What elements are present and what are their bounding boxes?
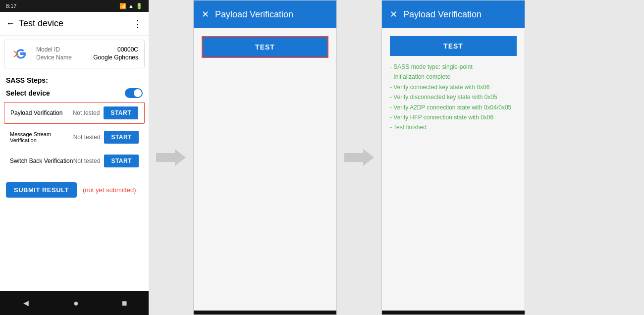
device-details: Model ID 00000C Device Name Google Gphon…	[36, 46, 138, 62]
select-device-row: Select device	[0, 86, 149, 102]
nav-home-icon[interactable]: ●	[73, 298, 79, 309]
phone-nav-bar: ◄ ● ■	[0, 291, 149, 315]
test-row-message: Message StreamVerification Not tested ST…	[4, 127, 145, 148]
result-list: - SASS mode type: single-point- Initiali…	[390, 62, 517, 133]
model-label: Model ID	[36, 46, 60, 53]
nav-recent-icon[interactable]: ■	[122, 298, 127, 309]
result-item: - Verify A2DP connection state with 0x04…	[390, 103, 517, 112]
dialog-title-2: Payload Verification	[403, 9, 517, 20]
arrow-1-icon	[156, 149, 186, 166]
phone-screen: 8:17 📶 ▲ 🔋 ← Test device ⋮	[0, 0, 149, 315]
device-info-card: Model ID 00000C Device Name Google Gphon…	[4, 40, 145, 68]
google-logo	[10, 44, 30, 64]
test-button-2[interactable]: TEST	[390, 36, 517, 56]
dialog-bottom-bar-2	[382, 311, 525, 315]
result-item: - SASS mode type: single-point	[390, 62, 517, 72]
result-item: - Verify connected key state with 0x06	[390, 82, 517, 92]
test-name-switchback: Switch Back Verification	[10, 158, 73, 164]
sass-steps-title: SASS Steps:	[0, 72, 149, 86]
test-row-switchback: Switch Back Verification Not tested STAR…	[4, 151, 145, 171]
svg-marker-1	[344, 149, 374, 166]
submit-result-button[interactable]: SUBMIT RESULT	[6, 182, 77, 198]
dialog-body-2: TEST - SASS mode type: single-point- Ini…	[382, 28, 525, 311]
close-icon-2[interactable]: ✕	[390, 9, 397, 20]
arrow-2-icon	[344, 149, 374, 166]
toggle-knob	[134, 89, 142, 97]
status-icons: 📶 ▲ 🔋	[119, 3, 143, 9]
app-bar-left: ← Test device	[6, 18, 63, 29]
arrow-2-container	[337, 149, 381, 166]
result-item: - Verify HFP connection state with 0x06	[390, 112, 517, 122]
app-bar: ← Test device ⋮	[0, 12, 149, 36]
screen-container: 8:17 📶 ▲ 🔋 ← Test device ⋮	[0, 0, 644, 315]
dialog-screen-2: ✕ Payload Verification TEST - SASS mode …	[381, 0, 525, 315]
start-payload-button[interactable]: START	[104, 106, 138, 119]
app-title: Test device	[19, 18, 63, 29]
back-button[interactable]: ←	[6, 18, 15, 29]
device-name-value: Google Gphones	[93, 54, 138, 61]
submit-row: SUBMIT RESULT (not yet submitted)	[0, 176, 149, 204]
select-device-label: Select device	[6, 89, 50, 97]
device-label: Device Name	[36, 54, 72, 61]
status-bar: 8:17 📶 ▲ 🔋	[0, 0, 149, 12]
model-value: 00000C	[117, 46, 138, 53]
start-message-button[interactable]: START	[104, 131, 139, 144]
dialog-screen-1: ✕ Payload Verification TEST	[193, 0, 337, 315]
test-row-payload: Payload Verification Not tested START	[4, 102, 145, 124]
battery-icon: 🔋	[136, 3, 143, 9]
dialog-bottom-bar-1	[194, 311, 336, 315]
test-name-payload: Payload Verification	[10, 109, 73, 116]
result-item: - Test finished	[390, 122, 517, 132]
dialog-title-1: Payload Verification	[215, 9, 328, 20]
test-status-switchback: Not tested	[73, 158, 101, 164]
menu-icon[interactable]: ⋮	[133, 18, 143, 30]
result-item: - Initialization complete	[390, 72, 517, 82]
phone-content: ← Test device ⋮ Model ID 00000C	[0, 12, 149, 291]
test-status-payload: Not tested	[73, 109, 100, 116]
wifi-icon: ▲	[128, 3, 134, 9]
close-icon-1[interactable]: ✕	[202, 9, 209, 20]
arrow-1-container	[149, 149, 193, 166]
dialog-header-1: ✕ Payload Verification	[194, 0, 336, 28]
test-status-message: Not tested	[73, 134, 101, 141]
start-switchback-button[interactable]: START	[104, 155, 139, 167]
dialog-header-2: ✕ Payload Verification	[382, 0, 525, 28]
dialog-body-1: TEST	[194, 28, 336, 311]
select-device-toggle[interactable]	[125, 88, 143, 98]
sim-icon: 📶	[119, 3, 126, 9]
nav-back-icon[interactable]: ◄	[21, 298, 30, 309]
status-time: 8:17	[6, 3, 16, 9]
test-button-1[interactable]: TEST	[202, 36, 328, 58]
svg-marker-0	[156, 149, 186, 166]
test-name-message: Message StreamVerification	[10, 131, 73, 143]
result-item: - Verify disconnected key state with 0x0…	[390, 92, 517, 102]
submit-status: (not yet submitted)	[83, 186, 136, 194]
